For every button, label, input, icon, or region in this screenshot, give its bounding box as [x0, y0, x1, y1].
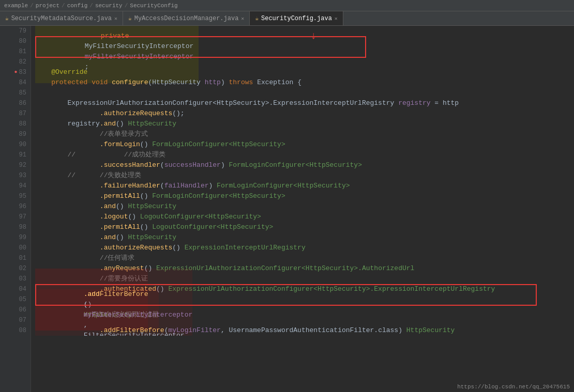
line-num-80: 80	[0, 36, 31, 46]
code-line-88: registry .and () HttpSecurity	[35, 119, 574, 129]
line-num-81: 81	[0, 46, 31, 57]
editor-wrapper: ↓ @Autowired private MyFilterSecuri	[31, 26, 574, 392]
code-lines: @Autowired private MyFilterSecurityInter…	[35, 26, 574, 336]
line-num-105: 05	[0, 294, 31, 305]
close-tab-3[interactable]: ✕	[335, 15, 338, 22]
line-number-gutter: 79 80 81 82 ● 83 84 85 86 87 88 89 90 91…	[0, 26, 31, 392]
line-num-88: 88	[0, 119, 31, 129]
tab-bar: ☕ SecurityMetadataSource.java ✕ ☕ MyAcce…	[0, 11, 574, 26]
line-num-102: 02	[0, 263, 31, 274]
code-line-97: .logout () LogoutConfigurer<HttpSecurity…	[35, 212, 574, 222]
code-line-100: .authorizeRequests () ExpressionIntercep…	[35, 243, 574, 253]
tab-label-2: MyAccessDecisionManager.java	[134, 15, 239, 22]
line-num-101: 01	[0, 253, 31, 263]
code-line-86: ExpressionUrlAuthorizationConfigurer< Ht…	[35, 98, 574, 108]
breadcrumb-securityconfig: SecurityConfig	[130, 3, 177, 9]
java-icon-1: ☕	[5, 15, 9, 22]
line-num-89: 89	[0, 129, 31, 139]
code-line-84: protected void configure ( HttpSecurity …	[35, 77, 574, 88]
breadcrumb-example: example	[4, 3, 28, 9]
line-num-103: 03	[0, 274, 31, 284]
line-num-91: 91	[0, 150, 31, 160]
line-num-108: 08	[0, 325, 31, 336]
code-line-90: .formLogin () FormLoginConfigurer<HttpSe…	[35, 139, 574, 150]
line-num-95: 95	[0, 191, 31, 201]
code-line-99: .and () HttpSecurity	[35, 232, 574, 243]
code-line-83: @Override	[35, 67, 574, 77]
code-line-96: .and () HttpSecurity	[35, 201, 574, 212]
code-line-85	[35, 88, 574, 98]
line-num-90: 90	[0, 139, 31, 150]
error-icon-83: ●	[14, 67, 18, 77]
editor-area: 79 80 81 82 ● 83 84 85 86 87 88 89 90 91…	[0, 26, 574, 392]
breadcrumb: example / project / config / security / …	[4, 3, 178, 9]
tab-securityconfig[interactable]: ☕ SecurityConfig.java ✕	[250, 11, 343, 25]
line-num-106: 06	[0, 305, 31, 315]
line-num-83: ● 83	[0, 67, 31, 77]
breadcrumb-security: security	[95, 3, 123, 9]
tab-securitymetadatasource[interactable]: ☕ SecurityMetadataSource.java ✕	[0, 11, 123, 25]
code-line-81: private MyFilterSecurityInterceptor myFi…	[35, 46, 574, 57]
code-line-93: // //失败处理类	[35, 170, 574, 181]
code-line-87: .authorizeRequests ();	[35, 108, 574, 119]
watermark: https://blog.csdn.net/qq_20475615	[457, 384, 570, 390]
breadcrumb-config: config	[67, 3, 88, 9]
code-line-94: .failureHandler ( failHandler ) FormLogi…	[35, 181, 574, 191]
code-line-92: .successHandler ( successHandler ) FormL…	[35, 160, 574, 170]
line-num-107: 07	[0, 315, 31, 325]
code-line-91: // //成功处理类	[35, 150, 574, 160]
breadcrumb-project: project	[36, 3, 59, 9]
tab-myaccessdecisionmanager[interactable]: ☕ MyAccessDecisionManager.java ✕	[123, 11, 250, 25]
tab-label-1: SecurityMetadataSource.java	[11, 15, 112, 22]
code-line-89: //表单登录方式	[35, 129, 574, 139]
line-num-87: 87	[0, 108, 31, 119]
code-line-95: .permitAll () FormLoginConfigurer<HttpSe…	[35, 191, 574, 201]
code-line-98: .permitAll () LogoutConfigurer<HttpSecur…	[35, 222, 574, 232]
line-numbers: 79 80 81 82 ● 83 84 85 86 87 88 89 90 91…	[0, 26, 31, 336]
line-num-96: 96	[0, 201, 31, 212]
code-line-101: //任何请求	[35, 253, 574, 263]
line-num-85: 85	[0, 88, 31, 98]
java-icon-2: ☕	[128, 15, 132, 22]
line-num-79: 79	[0, 26, 31, 36]
line-num-92: 92	[0, 160, 31, 170]
line-num-86: 86	[0, 98, 31, 108]
java-icon-3: ☕	[255, 15, 259, 22]
code-line-107: .addFilterBefore ( myFilterSecurityInter…	[35, 315, 574, 325]
close-tab-2[interactable]: ✕	[241, 15, 244, 22]
line-num-94: 94	[0, 181, 31, 191]
line-num-100: 00	[0, 243, 31, 253]
line-num-97: 97	[0, 212, 31, 222]
line-num-84: 84	[0, 77, 31, 88]
line-num-104: 04	[0, 284, 31, 294]
close-tab-1[interactable]: ✕	[114, 15, 117, 22]
line-num-93: 93	[0, 170, 31, 181]
line-num-99: 99	[0, 232, 31, 243]
tab-label-3: SecurityConfig.java	[261, 15, 332, 22]
code-area[interactable]: @Autowired private MyFilterSecurityInter…	[31, 26, 574, 336]
code-line-108: .addFilterBefore ( myLoginFilter , Usern…	[35, 325, 574, 336]
line-num-82: 82	[0, 57, 31, 67]
code-line-82	[35, 57, 574, 67]
top-bar: example / project / config / security / …	[0, 0, 574, 11]
line-num-98: 98	[0, 222, 31, 232]
